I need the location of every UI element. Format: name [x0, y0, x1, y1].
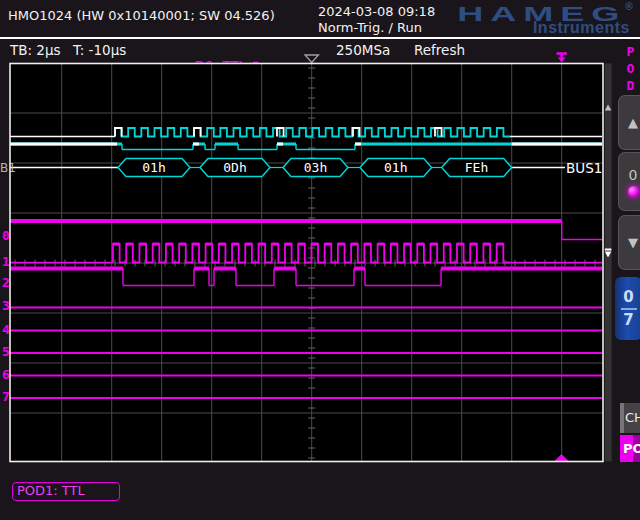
bus-left-label: B1	[0, 161, 16, 175]
channel-label-4: 4	[2, 322, 10, 337]
bus-value-4: FEh	[465, 160, 488, 175]
channel-down-button[interactable]: ▼	[618, 215, 640, 270]
bus-value-3: 01h	[384, 160, 407, 175]
channel-label-6: 6	[2, 367, 10, 382]
tab-pod[interactable]: PO	[620, 435, 640, 462]
trigger-position-marker[interactable]	[305, 55, 319, 63]
channel-active-led	[628, 186, 639, 197]
channel-label-2: 2	[2, 275, 10, 290]
range-bottom-label: 7	[623, 312, 633, 329]
trigger-time-marker[interactable]	[557, 54, 568, 63]
scope-scrollbar[interactable]	[605, 64, 612, 462]
range-divider	[621, 308, 637, 310]
channel-range-button[interactable]: 0 7	[615, 277, 640, 340]
channel-label-7: 7	[2, 389, 10, 404]
channel-label-3: 3	[2, 298, 10, 313]
channel-select-button[interactable]: 0	[618, 152, 640, 211]
channel-label-1: 1	[2, 254, 10, 269]
channel-label-5: 5	[2, 344, 10, 359]
channel-label-0: 0	[2, 228, 10, 243]
down-arrow-icon: ▼	[628, 235, 638, 250]
pod-mode-badge: POD1: TTL	[12, 482, 120, 501]
selected-channel-label: 0	[629, 167, 638, 183]
channel-up-button[interactable]: ▲	[618, 95, 640, 150]
bus-value-1: 0Dh	[223, 160, 246, 175]
range-top-label: 0	[623, 289, 633, 306]
up-arrow-icon: ▲	[628, 115, 638, 130]
scope-display: B1 BUS1 0 1 2 3 4 5 6 7 01h0Dh03h01hFEh	[0, 0, 640, 520]
bus-value-2: 03h	[304, 160, 327, 175]
bus-value-0: 01h	[142, 160, 165, 175]
tab-channel[interactable]: CH	[620, 403, 640, 433]
bus-right-label: BUS1	[566, 160, 602, 176]
